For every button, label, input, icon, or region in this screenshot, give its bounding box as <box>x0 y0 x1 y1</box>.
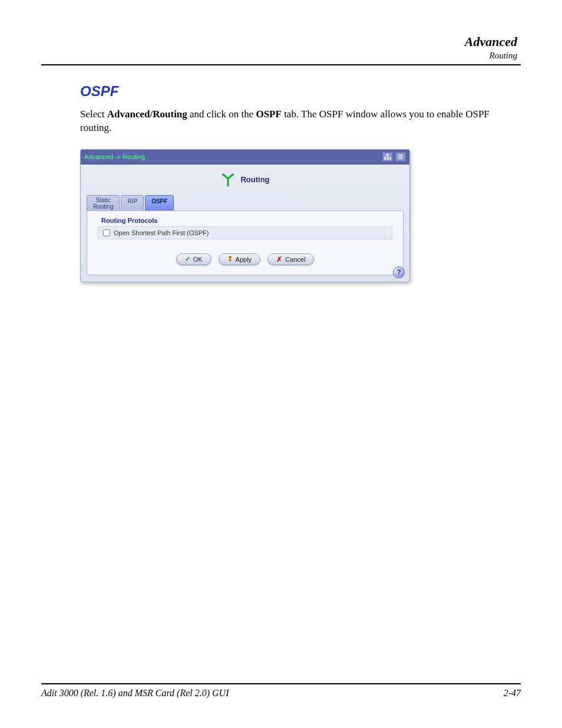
page-footer: Adit 3000 (Rel. 1.6) and MSR Card (Rel 2… <box>41 683 521 699</box>
footer-page-number: 2-47 <box>504 688 521 699</box>
window-titlebar: Advanced -> Routing <box>81 150 409 164</box>
para-text: and click on the <box>187 108 256 120</box>
sitemap-icon[interactable] <box>382 152 393 162</box>
button-label: Apply <box>236 256 252 263</box>
screenshot-wrap: Advanced -> Routing <box>80 149 515 282</box>
button-label: OK <box>193 256 203 263</box>
apply-button[interactable]: ❢ Apply <box>219 253 261 265</box>
intro-paragraph: Select Advanced/Routing and click on the… <box>80 108 515 135</box>
help-button[interactable]: ? <box>393 266 405 278</box>
svg-rect-2 <box>387 158 389 160</box>
ospf-checkbox-label: Open Shortest Path First (OSPF) <box>114 229 209 236</box>
tab-strip: Static Routing RIP OSPF <box>81 195 409 211</box>
header-rule <box>41 64 521 65</box>
header-subcategory: Routing <box>41 51 517 61</box>
panel-title: Routing <box>240 175 269 184</box>
routing-window: Advanced -> Routing <box>80 149 410 282</box>
para-bold-advanced-routing: Advanced/Routing <box>107 108 187 120</box>
header-category: Advanced <box>41 34 517 50</box>
check-icon: ✓ <box>185 255 190 263</box>
svg-rect-1 <box>384 158 386 160</box>
ospf-protocol-row[interactable]: Open Shortest Path First (OSPF) <box>98 226 392 239</box>
tab-rip[interactable]: RIP <box>121 195 144 211</box>
breadcrumb: Advanced -> Routing <box>84 153 145 160</box>
list-icon[interactable] <box>395 152 406 162</box>
tab-static-routing[interactable]: Static Routing <box>87 195 120 211</box>
panel-title-row: Routing <box>81 164 409 193</box>
button-row: ✓ OK ❢ Apply ✗ Cancel <box>93 253 397 265</box>
ok-button[interactable]: ✓ OK <box>176 253 211 265</box>
footer-rule <box>41 683 521 684</box>
content: OSPF Select Advanced/Routing and click o… <box>80 83 515 282</box>
svg-rect-0 <box>386 154 389 156</box>
section-heading: OSPF <box>80 83 515 100</box>
tab-body: Routing Protocols Open Shortest Path Fir… <box>87 210 404 275</box>
cancel-button[interactable]: ✗ Cancel <box>267 253 314 265</box>
page-header: Advanced Routing <box>41 34 521 61</box>
routing-icon <box>220 173 236 187</box>
ospf-checkbox[interactable] <box>103 229 110 236</box>
para-text: Select <box>80 108 107 120</box>
tab-label: Static <box>93 197 113 203</box>
footer-left: Adit 3000 (Rel. 1.6) and MSR Card (Rel 2… <box>41 688 229 699</box>
tab-ospf[interactable]: OSPF <box>145 195 174 211</box>
page: Advanced Routing OSPF Select Advanced/Ro… <box>0 0 562 728</box>
tab-label: Routing <box>93 203 113 210</box>
apply-icon: ❢ <box>227 255 233 263</box>
cancel-icon: ✗ <box>276 255 282 263</box>
help-icon: ? <box>396 268 401 276</box>
svg-rect-3 <box>389 158 391 160</box>
button-label: Cancel <box>285 256 305 263</box>
routing-protocols-heading: Routing Protocols <box>101 217 397 224</box>
para-bold-ospf: OSPF <box>256 108 281 120</box>
titlebar-icons <box>382 152 406 162</box>
